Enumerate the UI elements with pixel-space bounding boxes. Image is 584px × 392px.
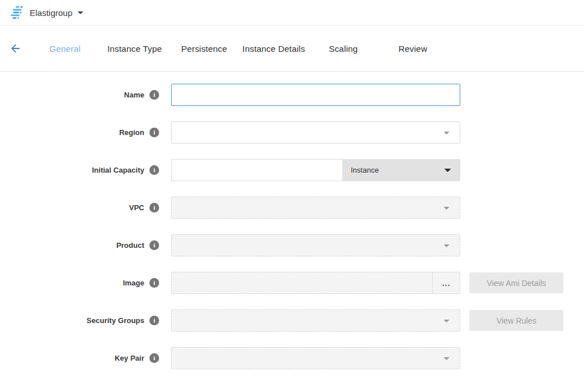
label-wrap: Key Pair i — [0, 353, 171, 363]
control — [171, 309, 460, 332]
form-row-initial-capacity: Initial Capacity i Instance — [0, 159, 584, 181]
back-button[interactable] — [0, 42, 30, 55]
info-icon[interactable]: i — [149, 90, 159, 100]
form-row-image: Image i ... View Ami Details — [0, 272, 584, 294]
name-input[interactable] — [171, 84, 460, 106]
info-icon[interactable]: i — [149, 203, 159, 213]
tab-persistence[interactable]: Persistence — [169, 44, 239, 54]
view-ami-details-button[interactable]: View Ami Details — [469, 272, 563, 293]
security-groups-label: Security Groups — [87, 316, 144, 325]
tab-general[interactable]: General — [30, 44, 100, 54]
chevron-down-icon — [444, 357, 449, 360]
image-input — [172, 272, 432, 293]
capacity-unit-value: Instance — [351, 166, 379, 174]
product-label: Product — [116, 241, 144, 250]
info-icon[interactable]: i — [149, 316, 159, 325]
control — [171, 197, 460, 219]
control — [171, 84, 460, 106]
tab-scaling[interactable]: Scaling — [309, 44, 378, 54]
form-row-key-pair: Key Pair i — [0, 347, 584, 369]
tab-review[interactable]: Review — [378, 44, 448, 54]
control — [171, 347, 460, 369]
control: Instance — [171, 159, 460, 181]
form-row-security-groups: Security Groups i View Rules — [0, 309, 584, 332]
label-wrap: VPC i — [0, 203, 171, 213]
image-label: Image — [123, 279, 144, 287]
chevron-down-icon — [444, 207, 449, 210]
initial-capacity-label: Initial Capacity — [92, 166, 144, 174]
info-icon[interactable]: i — [149, 240, 159, 250]
chevron-down-icon — [444, 169, 451, 172]
form-row-vpc: VPC i — [0, 197, 584, 219]
security-groups-select — [171, 309, 460, 332]
label-wrap: Initial Capacity i — [0, 165, 171, 175]
general-form: Name i Region i Initial Capacity i — [0, 72, 584, 369]
name-label: Name — [124, 91, 144, 99]
region-label: Region — [119, 128, 144, 137]
form-row-region: Region i — [0, 121, 584, 144]
chevron-down-icon — [444, 132, 449, 134]
capacity-unit-select[interactable]: Instance — [342, 159, 460, 181]
app-name: Elastigroup — [30, 8, 72, 18]
product-select — [171, 234, 460, 256]
region-select[interactable] — [171, 121, 460, 144]
label-wrap: Region i — [0, 128, 171, 137]
vpc-label: VPC — [129, 203, 144, 212]
image-input-composite: ... — [171, 272, 460, 294]
info-icon[interactable]: i — [149, 128, 159, 137]
initial-capacity-input[interactable] — [171, 159, 342, 181]
elastigroup-logo-icon — [9, 6, 24, 19]
info-icon[interactable]: i — [149, 165, 159, 175]
back-arrow-icon — [9, 42, 22, 55]
app-switcher[interactable]: Elastigroup — [30, 8, 83, 18]
info-icon[interactable]: i — [149, 278, 159, 288]
key-pair-label: Key Pair — [115, 354, 144, 362]
tab-instance-type[interactable]: Instance Type — [100, 44, 169, 54]
vpc-select — [171, 197, 460, 219]
top-bar: Elastigroup — [0, 0, 584, 26]
image-browse-button[interactable]: ... — [432, 272, 460, 293]
chevron-down-icon — [444, 244, 449, 247]
tab-instance-details[interactable]: Instance Details — [239, 44, 309, 54]
control — [171, 234, 460, 256]
label-wrap: Image i — [0, 278, 171, 288]
view-rules-button[interactable]: View Rules — [469, 310, 563, 331]
label-wrap: Name i — [0, 90, 171, 100]
label-wrap: Security Groups i — [0, 316, 171, 325]
key-pair-select — [171, 347, 460, 369]
form-row-name: Name i — [0, 84, 584, 106]
info-icon[interactable]: i — [149, 353, 159, 363]
control — [171, 121, 460, 144]
control: ... — [171, 272, 460, 294]
chevron-down-icon — [78, 11, 83, 14]
wizard-tab-bar: General Instance Type Persistence Instan… — [0, 26, 584, 72]
label-wrap: Product i — [0, 240, 171, 250]
chevron-down-icon — [444, 320, 449, 322]
form-row-product: Product i — [0, 234, 584, 256]
